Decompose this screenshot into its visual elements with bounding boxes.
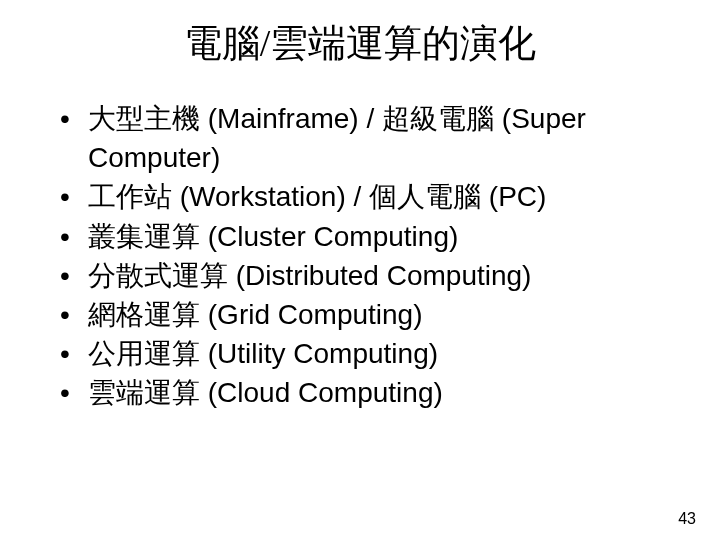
list-item: 網格運算 (Grid Computing): [60, 295, 680, 334]
list-item: 分散式運算 (Distributed Computing): [60, 256, 680, 295]
page-number: 43: [678, 510, 696, 528]
bullet-list: 大型主機 (Mainframe) / 超級電腦 (Super Computer)…: [40, 99, 680, 413]
list-item: 叢集運算 (Cluster Computing): [60, 217, 680, 256]
slide-container: 電腦/雲端運算的演化 大型主機 (Mainframe) / 超級電腦 (Supe…: [0, 0, 720, 540]
list-item: 工作站 (Workstation) / 個人電腦 (PC): [60, 177, 680, 216]
list-item: 公用運算 (Utility Computing): [60, 334, 680, 373]
list-item: 雲端運算 (Cloud Computing): [60, 373, 680, 412]
slide-title: 電腦/雲端運算的演化: [40, 18, 680, 69]
list-item: 大型主機 (Mainframe) / 超級電腦 (Super Computer): [60, 99, 680, 177]
